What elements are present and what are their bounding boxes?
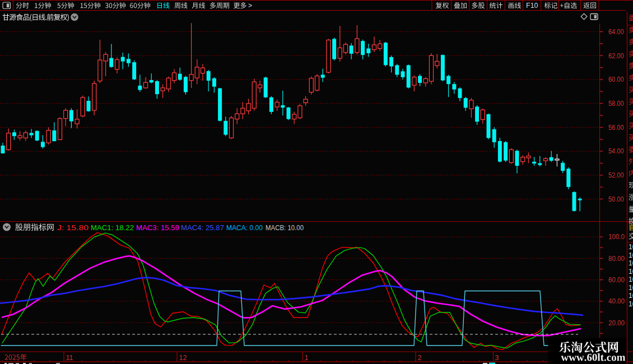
svg-text:40.00: 40.00: [608, 297, 625, 305]
svg-text:10: 10: [629, 276, 633, 283]
svg-text:62.00: 62.00: [608, 52, 624, 60]
svg-text:12: 12: [179, 354, 187, 362]
svg-text:60.00: 60.00: [608, 276, 625, 284]
svg-text:58.00: 58.00: [608, 100, 624, 108]
svg-text:MACA: 0.00: MACA: 0.00: [226, 223, 263, 232]
svg-text:MAC3: 15.59: MAC3: 15.59: [136, 223, 179, 232]
svg-text:56.00: 56.00: [608, 124, 624, 132]
svg-text:10: 10: [629, 268, 633, 276]
svg-text:3: 3: [495, 354, 499, 362]
svg-text:10: 10: [629, 292, 633, 300]
svg-text:11: 11: [66, 354, 73, 362]
svg-text:10: 10: [629, 284, 633, 292]
svg-text:2: 2: [418, 354, 422, 362]
svg-text:100.0: 100.0: [608, 233, 625, 241]
svg-text:MACB: 10.00: MACB: 10.00: [266, 223, 304, 232]
svg-text:10: 10: [629, 243, 633, 251]
svg-text:10: 10: [629, 251, 633, 259]
svg-text:60.00: 60.00: [608, 76, 624, 83]
svg-text:MAC4: 25.87: MAC4: 25.87: [181, 223, 224, 232]
svg-text:1: 1: [305, 354, 309, 362]
svg-text:50.00: 50.00: [608, 195, 624, 203]
svg-text:MAC1: 18.22: MAC1: 18.22: [91, 223, 134, 232]
svg-text:10: 10: [629, 300, 633, 308]
svg-text:>: >: [248, 2, 252, 10]
svg-text:54.00: 54.00: [608, 147, 624, 155]
svg-text:J: 15.80: J: 15.80: [57, 223, 89, 232]
svg-text:F10: F10: [526, 2, 538, 10]
svg-text:64.00: 64.00: [608, 28, 624, 36]
svg-text:20.00: 20.00: [608, 319, 625, 327]
svg-text:10: 10: [629, 259, 633, 267]
svg-text:80.00: 80.00: [608, 255, 625, 263]
svg-text:52.00: 52.00: [608, 171, 624, 179]
